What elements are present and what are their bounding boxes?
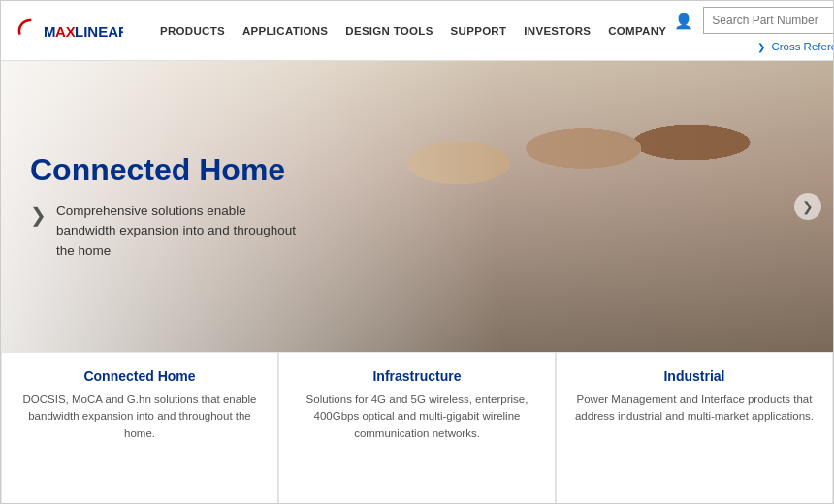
nav-investors[interactable]: INVESTORS	[516, 21, 598, 41]
nav-support[interactable]: SUPPORT	[443, 21, 515, 41]
logo-svg: M AX LINEAR	[16, 13, 123, 49]
svg-text:M: M	[44, 23, 56, 40]
main-nav: PRODUCTS APPLICATIONS DESIGN TOOLS SUPPO…	[152, 21, 674, 41]
nav-company[interactable]: COMPANY	[600, 21, 674, 41]
card-desc-infrastructure: Solutions for 4G and 5G wireless, enterp…	[297, 392, 537, 442]
logo[interactable]: M AX LINEAR	[16, 13, 133, 49]
hero-content: Connected Home ❯ Comprehensive solutions…	[30, 152, 299, 261]
cross-reference-link[interactable]: Cross Reference Search	[771, 41, 834, 52]
site-header: M AX LINEAR PRODUCTS APPLICATIONS DESIGN…	[1, 1, 833, 61]
hero-section: Connected Home ❯ Comprehensive solutions…	[1, 61, 833, 352]
hero-arrow-icon[interactable]: ❯	[30, 204, 47, 227]
chevron-right-icon: ❯	[757, 42, 765, 52]
hero-next-button[interactable]: ❯	[794, 193, 821, 220]
card-title-infrastructure[interactable]: Infrastructure	[297, 368, 537, 384]
card-title-industrial[interactable]: Industrial	[574, 368, 815, 384]
nav-products[interactable]: PRODUCTS	[152, 21, 233, 41]
search-input[interactable]	[703, 7, 834, 34]
svg-text:LINEAR: LINEAR	[75, 23, 123, 40]
card-infrastructure: Infrastructure Solutions for 4G and 5G w…	[278, 352, 556, 504]
hero-desc-row: ❯ Comprehensive solutions enable bandwid…	[30, 202, 299, 261]
card-desc-connected-home: DOCSIS, MoCA and G.hn solutions that ena…	[19, 392, 260, 442]
svg-point-0	[16, 16, 46, 46]
cards-section: Connected Home DOCSIS, MoCA and G.hn sol…	[1, 352, 833, 504]
card-connected-home: Connected Home DOCSIS, MoCA and G.hn sol…	[1, 352, 278, 504]
search-row: 👤	[674, 7, 834, 34]
cross-ref-row: ❯ Cross Reference Search	[757, 37, 834, 54]
card-industrial: Industrial Power Management and Interfac…	[556, 352, 833, 504]
header-right: 👤 ❯ Cross Reference Search	[674, 7, 834, 54]
card-title-connected-home[interactable]: Connected Home	[19, 368, 260, 384]
nav-design-tools[interactable]: DESIGN TOOLS	[337, 21, 440, 41]
svg-text:AX: AX	[55, 23, 76, 40]
user-icon[interactable]: 👤	[674, 12, 693, 30]
hero-description: Comprehensive solutions enable bandwidth…	[56, 202, 299, 261]
nav-applications[interactable]: APPLICATIONS	[235, 21, 336, 41]
hero-title: Connected Home	[30, 152, 299, 188]
card-desc-industrial: Power Management and Interface products …	[574, 392, 815, 425]
